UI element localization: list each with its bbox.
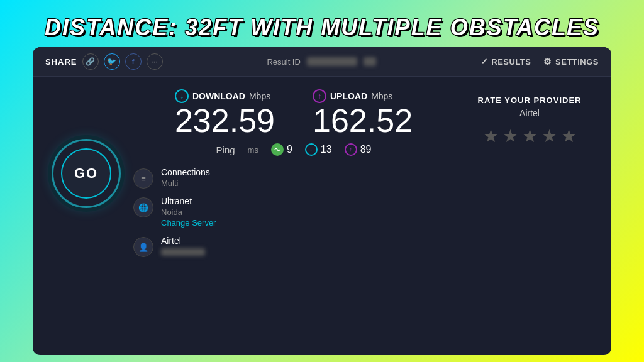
content-area: GO ↓ DOWNLOAD Mbps 232.59 ↑: [33, 77, 611, 270]
server-location: Noida: [161, 207, 216, 217]
ping-download-icon: ↓: [305, 143, 318, 156]
server-label: Ultranet: [161, 196, 216, 206]
star-rating[interactable]: ★ ★ ★ ★ ★: [483, 126, 577, 146]
results-button[interactable]: ✓ RESULTS: [480, 57, 531, 67]
share-section: SHARE 🔗 🐦 f ···: [45, 53, 163, 70]
upload-label: UPLOAD: [330, 91, 367, 101]
ping-upload-icon: ↑: [345, 143, 357, 156]
upload-block: ↑ UPLOAD Mbps 162.52: [313, 89, 413, 137]
result-id-label: Result ID: [267, 57, 300, 67]
star-4[interactable]: ★: [541, 126, 557, 146]
more-share-button[interactable]: ···: [147, 53, 163, 70]
main-card: SHARE 🔗 🐦 f ··· Result ID ✓ RESULTS ⚙ SE…: [33, 47, 611, 355]
isp-item: 👤 Airtel: [133, 236, 454, 257]
connections-label: Connections: [161, 167, 210, 177]
rate-title: RATE YOUR PROVIDER: [478, 96, 582, 105]
connections-icon: ≡: [133, 168, 153, 189]
star-5[interactable]: ★: [561, 126, 577, 146]
go-outer-ring: GO: [52, 139, 121, 208]
ping-row: Ping ms 9 ↓ 13 ↑ 89: [133, 143, 454, 156]
toolbar: SHARE 🔗 🐦 f ··· Result ID ✓ RESULTS ⚙ SE…: [33, 47, 611, 77]
star-1[interactable]: ★: [483, 126, 499, 146]
server-item: 🌐 Ultranet Noida Change Server: [133, 196, 454, 228]
link-share-button[interactable]: 🔗: [82, 53, 99, 70]
settings-gear-icon: ⚙: [543, 57, 552, 67]
upload-label-row: ↑ UPLOAD Mbps: [313, 89, 413, 103]
rate-provider: Airtel: [519, 108, 540, 118]
twitter-share-button[interactable]: 🐦: [104, 53, 120, 70]
connections-content: Connections Multi: [161, 167, 210, 188]
settings-button[interactable]: ⚙ SETTINGS: [543, 57, 599, 67]
star-3[interactable]: ★: [522, 126, 538, 146]
speed-row: ↓ DOWNLOAD Mbps 232.59 ↑ UPLOAD Mbps 162…: [133, 89, 454, 137]
share-label: SHARE: [45, 57, 77, 67]
download-unit: Mbps: [249, 91, 270, 101]
ping-idle-icon: [271, 143, 284, 156]
isp-icon: 👤: [133, 237, 153, 257]
toolbar-right: ✓ RESULTS ⚙ SETTINGS: [480, 57, 599, 67]
ping-download-value: 13: [321, 144, 332, 155]
download-icon: ↓: [175, 89, 189, 103]
go-button[interactable]: GO: [61, 148, 111, 199]
connections-value: Multi: [161, 178, 210, 188]
result-id-section: Result ID: [163, 57, 480, 67]
isp-label: Airtel: [161, 236, 205, 246]
right-panel: RATE YOUR PROVIDER Airtel ★ ★ ★ ★ ★: [467, 89, 592, 257]
ping-upload: ↑ 89: [345, 143, 372, 156]
result-id-value: [307, 57, 357, 66]
server-content: Ultranet Noida Change Server: [161, 196, 216, 228]
upload-value: 162.52: [313, 104, 413, 137]
info-rows: ≡ Connections Multi 🌐 Ultranet Noida Cha…: [133, 167, 454, 257]
upload-unit: Mbps: [371, 91, 392, 101]
download-label-row: ↓ DOWNLOAD Mbps: [175, 89, 275, 103]
ping-label: Ping: [216, 145, 235, 155]
download-label: DOWNLOAD: [192, 91, 245, 101]
settings-label: SETTINGS: [555, 57, 599, 67]
left-panel: GO: [52, 89, 121, 257]
results-check-icon: ✓: [480, 57, 489, 67]
facebook-share-button[interactable]: f: [125, 53, 142, 70]
ping-idle: 9: [271, 143, 292, 156]
server-icon: 🌐: [133, 197, 153, 217]
connections-item: ≡ Connections Multi: [133, 167, 454, 189]
page-title: DISTANCE: 32FT WITH MULTIPLE OBSTACLES: [0, 7, 644, 47]
star-2[interactable]: ★: [502, 126, 518, 146]
ping-upload-value: 89: [360, 144, 372, 155]
go-label: GO: [74, 165, 98, 182]
ping-unit: ms: [248, 145, 258, 155]
ping-idle-value: 9: [287, 144, 292, 155]
ping-download: ↓ 13: [305, 143, 332, 156]
download-value: 232.59: [175, 104, 275, 137]
results-label: RESULTS: [491, 57, 531, 67]
isp-value-blurred: [161, 248, 205, 256]
isp-content: Airtel: [161, 236, 205, 256]
change-server-link[interactable]: Change Server: [161, 218, 216, 228]
result-id-extra: [364, 57, 376, 66]
upload-icon: ↑: [313, 89, 326, 103]
download-block: ↓ DOWNLOAD Mbps 232.59: [175, 89, 275, 137]
center-panel: ↓ DOWNLOAD Mbps 232.59 ↑ UPLOAD Mbps 162…: [133, 89, 454, 257]
